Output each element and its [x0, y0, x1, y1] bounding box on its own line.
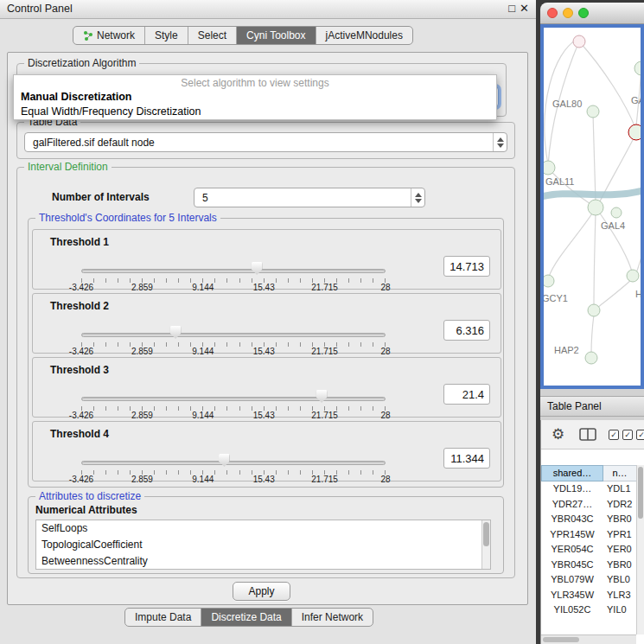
select-none-checkbox-icon[interactable]: ✓: [622, 430, 633, 440]
network-node-gal11[interactable]: [544, 161, 555, 175]
close-icon[interactable]: ✕: [520, 2, 529, 15]
node-table: ⚙ ✓ ✓ ✓ shared… n… YDL19… YDL1 YD: [540, 420, 644, 644]
tab-label: Select: [198, 29, 226, 41]
tab-style[interactable]: Style: [145, 27, 188, 44]
tab-label: Impute Data: [135, 611, 191, 623]
table-row[interactable]: YDR27… YDR2: [541, 497, 637, 513]
cell-shared-name: YIL052C: [541, 603, 603, 618]
threshold-slider[interactable]: -3.426 2.859 9.144 15.43 21.715 28: [81, 325, 386, 354]
tab-discretize-data[interactable]: Discretize Data: [201, 609, 291, 626]
column-header-shared-name[interactable]: shared…: [541, 465, 603, 481]
network-node[interactable]: [588, 304, 600, 316]
network-node-gcy1[interactable]: [544, 275, 554, 287]
tab-impute-data[interactable]: Impute Data: [125, 609, 201, 626]
column-selector-icon[interactable]: [579, 428, 596, 441]
slider-tick-labels: -3.426 2.859 9.144 15.43 21.715 28: [81, 347, 386, 357]
table-horizontal-scrollbar[interactable]: [541, 634, 636, 644]
bottom-tab-bar: Impute Data Discretize Data Infer Networ…: [124, 608, 373, 627]
minimize-traffic-light-icon[interactable]: [563, 8, 573, 18]
table-row[interactable]: YER054C YER0: [541, 542, 637, 558]
column-header-name[interactable]: n…: [603, 465, 637, 481]
network-window-titlebar[interactable]: [540, 3, 644, 24]
tab-cyni-toolbox[interactable]: Cyni Toolbox: [237, 27, 316, 44]
tick-label: 21.715: [311, 283, 338, 292]
highlighted-edge[interactable]: [544, 190, 641, 197]
list-scrollbar[interactable]: [481, 520, 490, 569]
cell-name: YIL0: [603, 603, 637, 618]
threshold-slider[interactable]: -3.426 2.859 9.144 15.43 21.715 28: [81, 389, 386, 418]
cell-name: YBL0: [603, 572, 637, 588]
dropdown-placeholder: Select algorithm to view settings: [14, 75, 496, 90]
scrollbar-thumb[interactable]: [543, 637, 579, 642]
tab-label: Network: [97, 29, 135, 41]
thresholds-group: Threshold's Coordinates for 5 Intervals …: [28, 218, 504, 488]
threshold-panel-3: Threshold 3 -3.426 2.859 9.144 15.43 21.…: [32, 357, 501, 418]
network-view-canvas[interactable]: GAL80 GA GAL11 GAL4 GCY1 H HAP2: [540, 24, 644, 389]
cell-shared-name: YBR043C: [541, 512, 603, 527]
selected-red-node[interactable]: [628, 124, 641, 140]
cell-shared-name: YBR045C: [541, 558, 603, 573]
threshold-value-field[interactable]: [443, 256, 490, 277]
tab-jactivemnodules[interactable]: jActiveMNodules: [316, 27, 412, 44]
network-node[interactable]: [573, 35, 585, 48]
tab-select[interactable]: Select: [188, 27, 237, 44]
interval-definition-group: Interval Definition Number of Intervals …: [16, 167, 515, 578]
network-node-gal4[interactable]: [588, 200, 603, 215]
network-node[interactable]: [611, 207, 622, 218]
network-node[interactable]: [627, 270, 639, 282]
network-node-hap2[interactable]: [585, 352, 597, 364]
zoom-traffic-light-icon[interactable]: [578, 8, 589, 18]
tick-label: 28: [380, 411, 390, 420]
numerical-attributes-list[interactable]: SelfLoops TopologicalCoefficient Between…: [35, 520, 491, 570]
network-node[interactable]: [634, 61, 641, 75]
node-label-gal80: GAL80: [552, 99, 582, 109]
restore-icon[interactable]: □: [508, 2, 515, 15]
select-all-checkbox-icon[interactable]: ✓: [609, 430, 619, 440]
threshold-slider[interactable]: -3.426 2.859 9.144 15.43 21.715 28: [81, 453, 386, 482]
list-item[interactable]: BetweennessCentrality: [36, 553, 490, 570]
network-tab-icon: [83, 30, 93, 41]
tick-label: 28: [380, 347, 390, 356]
table-row[interactable]: YBL079W YBL0: [541, 572, 637, 588]
cell-shared-name: YDR27…: [541, 497, 603, 513]
top-tab-bar: Network Style Select Cyni Toolbox jActiv…: [73, 26, 413, 45]
table-data-combobox[interactable]: galFiltered.sif default node: [24, 132, 507, 152]
tick-label: 2.859: [131, 475, 153, 484]
table-row[interactable]: YBR045C YBR0: [541, 558, 637, 573]
threshold-value-field[interactable]: [443, 448, 490, 469]
tab-label: jActiveMNodules: [326, 29, 403, 41]
node-label-partial: H: [635, 289, 641, 299]
gear-icon[interactable]: ⚙: [552, 425, 564, 443]
control-panel-titlebar: Control Panel □ ✕: [0, 0, 536, 19]
scrollbar-thumb[interactable]: [483, 522, 489, 546]
table-panel-header[interactable]: Table Panel: [540, 396, 644, 417]
attributes-group: Attributes to discretize Numerical Attri…: [28, 496, 504, 574]
tab-network[interactable]: Network: [73, 27, 145, 44]
tab-infer-network[interactable]: Infer Network: [292, 609, 373, 626]
list-item[interactable]: SelfLoops: [36, 520, 490, 537]
table-vertical-scrollbar[interactable]: [636, 465, 644, 634]
dropdown-option-manual[interactable]: Manual Discretization: [14, 90, 496, 105]
list-item[interactable]: TopologicalCoefficient: [36, 537, 490, 553]
table-row[interactable]: YBR043C YBR0: [541, 512, 637, 527]
control-panel: Control Panel □ ✕ Network Style Select C…: [0, 0, 536, 644]
table-row[interactable]: YLR345W YLR3: [541, 588, 637, 603]
threshold-panel-1: Threshold 1 -3.426 2.859 9.144 15.43 21.…: [32, 229, 501, 290]
table-row[interactable]: YDL19… YDL1: [541, 481, 637, 497]
apply-button[interactable]: Apply: [233, 582, 290, 601]
threshold-value-field[interactable]: [443, 384, 490, 405]
threshold-slider[interactable]: -3.426 2.859 9.144 15.43 21.715 28: [81, 261, 386, 290]
close-traffic-light-icon[interactable]: [547, 8, 558, 18]
group-label: Interval Definition: [24, 161, 112, 173]
network-node-gal80[interactable]: [587, 105, 599, 118]
tick-label: 21.715: [311, 347, 338, 356]
table-row[interactable]: YIL052C YIL0: [541, 603, 637, 618]
table-row[interactable]: YPR145W YPR1: [541, 527, 637, 543]
cell-name: YPR1: [603, 527, 637, 543]
slider-track: [81, 333, 386, 337]
dropdown-option-equal-width[interactable]: Equal Width/Frequency Discretization: [14, 105, 496, 119]
threshold-value-field[interactable]: [443, 320, 490, 341]
number-of-intervals-combobox[interactable]: 5: [194, 188, 425, 207]
filter-checkbox-icon[interactable]: ✓: [636, 430, 644, 440]
scrollbar-thumb[interactable]: [638, 467, 643, 519]
